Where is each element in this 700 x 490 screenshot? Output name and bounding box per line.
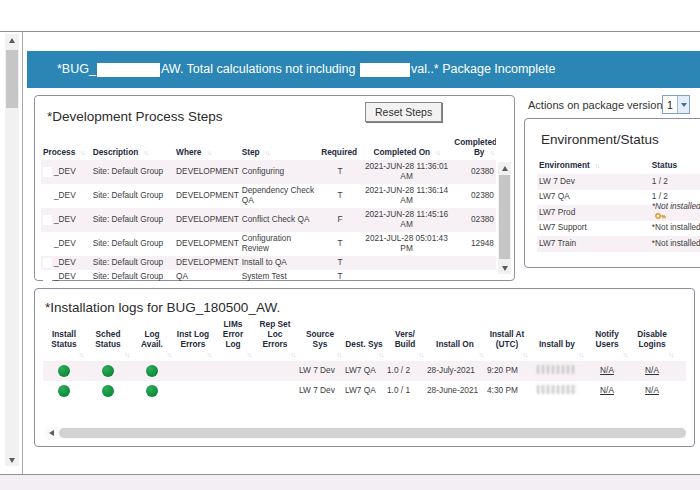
column-header-where[interactable]: Where↑↓ (174, 146, 240, 160)
package-version-select[interactable]: 1 (662, 95, 690, 114)
cell-status: *Not installed (650, 237, 700, 251)
dev-table-scrollbar[interactable] (498, 162, 511, 274)
column-header-install_on[interactable]: Install On↑↓ (425, 338, 485, 361)
column-header-required[interactable]: Required↑↓ (319, 146, 361, 160)
sort-icon[interactable]: ↑↓ (138, 351, 171, 359)
column-header-dest_sys[interactable]: Dest. Sys↑↓ (343, 338, 385, 361)
sort-icon[interactable]: ↑↓ (260, 351, 295, 359)
cell-link[interactable]: N/A (600, 365, 614, 375)
column-header-label: Description (93, 147, 139, 157)
column-header-lims_error_log[interactable]: LIMs Error Log↑↓ (213, 318, 253, 361)
title-text-segment: val..* Package Incomplete (411, 62, 556, 76)
install-log-row[interactable]: LW 7 DevLW7 QA1.0 / 228-July-20219:20 PM… (43, 361, 686, 381)
install-logs-title: *Installation logs for BUG_180500_AW. (45, 300, 280, 315)
dev-steps-panel: *Development Process Steps Reset Steps P… (34, 95, 515, 281)
cell-link[interactable]: N/A (645, 385, 659, 395)
environment-row[interactable]: LW7 Prod*Not installed (537, 205, 700, 221)
column-header-vers_build[interactable]: Vers/ Build↑↓ (385, 328, 425, 361)
sort-icon[interactable]: ↑↓ (206, 149, 211, 156)
sort-icon[interactable]: ↑↓ (220, 351, 251, 359)
reset-steps-button[interactable]: Reset Steps (365, 102, 442, 122)
cell-where: DEVELOPMENT (174, 256, 240, 270)
environment-row[interactable]: LW7 Support*Not installed (537, 221, 700, 237)
column-header-description[interactable]: Description↑↓ (91, 146, 174, 160)
sort-icon[interactable]: ↑↓ (592, 351, 627, 359)
cell-text: _DEV (54, 166, 76, 176)
column-header-notify_users[interactable]: Notify Users↑↓ (585, 328, 629, 361)
column-header-completed_on[interactable]: Completed On↑↓ (361, 146, 452, 160)
sort-icon[interactable]: ↑↓ (92, 351, 129, 359)
cell-required: T (319, 270, 361, 284)
dev-step-row[interactable]: _DEVSite: Default GroupDEVELOPMENTConfli… (41, 208, 496, 232)
scrollbar-thumb[interactable] (59, 428, 686, 438)
sort-icon[interactable]: ↑↓ (143, 149, 148, 156)
sort-icon[interactable]: ↑↓ (435, 149, 440, 156)
column-header-environment[interactable]: Environment↑↓ (537, 159, 650, 173)
sort-icon[interactable]: ↑↓ (180, 351, 211, 359)
sort-icon[interactable]: ↑↓ (536, 351, 583, 359)
install-logs-horizontal-scrollbar[interactable] (45, 427, 686, 439)
scroll-left-icon[interactable] (45, 427, 57, 439)
column-header-inst_log_errors[interactable]: Inst Log Errors↑↓ (173, 328, 213, 361)
dev-step-row[interactable]: _DEVSite: Default GroupDEVELOPMENTDepend… (41, 184, 496, 208)
column-header-label: Vers/ Build (395, 329, 416, 349)
column-header-source_sys[interactable]: Source Sys↑↓ (297, 328, 343, 361)
column-header-install_at[interactable]: Install At (UTC)↑↓ (485, 328, 529, 361)
cell-step: Conflict Check QA (240, 213, 319, 227)
install-logs-panel: *Installation logs for BUG_180500_AW. In… (34, 288, 695, 447)
sort-icon[interactable]: ↑↓ (350, 351, 383, 359)
column-header-log_avail[interactable]: Log Avail.↑↓ (131, 328, 173, 361)
sort-icon[interactable]: ↑↓ (432, 351, 483, 359)
scrollbar-thumb[interactable] (6, 50, 18, 108)
cell-completed_by: 12948 (452, 237, 496, 251)
environment-row[interactable]: LW 7 Dev1 / 2 (537, 174, 700, 190)
sort-icon[interactable]: ↑↓ (595, 162, 600, 169)
sort-icon[interactable]: ↑↓ (80, 149, 85, 156)
cell-environment: LW7 Prod (537, 206, 650, 220)
scroll-up-icon[interactable] (498, 162, 511, 174)
cell-install_on: 28-July-2021 (425, 364, 485, 378)
cell-process: _DEV (41, 165, 91, 179)
scroll-down-icon[interactable] (5, 454, 19, 466)
cell-inst_log_errors (173, 389, 213, 393)
environment-row[interactable]: LW7 Train*Not installed (537, 236, 700, 252)
column-header-install_status[interactable]: Install Status↑↓ (43, 328, 85, 361)
column-header-sched_status[interactable]: Sched Status↑↓ (85, 328, 131, 361)
column-header-install_by[interactable]: Install by↑↓ (529, 338, 585, 361)
column-header-rep_set_loc_errors[interactable]: Rep Set Loc Errors↑↓ (253, 318, 297, 361)
cell-process: _DEV (41, 189, 91, 203)
sort-icon[interactable]: ↑↓ (265, 149, 270, 156)
environment-table-header: Environment↑↓Status (537, 157, 700, 174)
redaction-box (43, 272, 52, 282)
column-header-disable_logins[interactable]: Disable Logins↑↓ (629, 328, 675, 361)
scroll-down-icon[interactable] (498, 262, 511, 274)
sort-icon[interactable]: ↑↓ (492, 351, 527, 359)
cell-link[interactable]: N/A (645, 365, 659, 375)
dev-step-row[interactable]: _DEVSite: Default GroupDEVELOPMENTInstal… (41, 256, 496, 270)
scrollbar-thumb[interactable] (499, 175, 510, 259)
sort-icon[interactable]: ↑↓ (392, 351, 423, 359)
sort-icon[interactable]: ↑↓ (304, 351, 341, 359)
column-header-process[interactable]: Process↑↓ (41, 146, 91, 160)
package-header-bar: *BUG_AW. Total calculations not includin… (27, 51, 700, 88)
status-text: *Not installed (652, 201, 700, 211)
dev-step-row[interactable]: _DEVSite: Default GroupQASystem TestT (41, 270, 496, 284)
sort-icon[interactable]: ↑↓ (489, 149, 494, 156)
column-header-status[interactable]: Status (650, 159, 700, 173)
column-header-completed_by[interactable]: Completed By↑↓ (452, 136, 496, 160)
column-header-label: Status (652, 160, 677, 170)
sort-icon[interactable]: ↑↓ (50, 351, 83, 359)
cell-completed_on (361, 275, 452, 279)
install-log-row[interactable]: LW 7 DevLW7 QA1.0 / 128-June-20214:30 PM… (43, 381, 686, 401)
dev-step-row[interactable]: _DEVSite: Default GroupDEVELOPMENTConfig… (41, 232, 496, 256)
cell-completed_by: 02380 (452, 189, 496, 203)
column-header-step[interactable]: Step↑↓ (240, 146, 319, 160)
scroll-up-icon[interactable] (5, 34, 19, 46)
sort-icon[interactable]: ↑↓ (636, 351, 673, 359)
outer-vertical-scrollbar[interactable] (5, 34, 19, 466)
cell-link[interactable]: N/A (600, 385, 614, 395)
cell-completed_by: 02380 (452, 165, 496, 179)
chevron-down-icon[interactable] (677, 96, 689, 113)
cell-install_at: 4:30 PM (485, 384, 529, 398)
dev-step-row[interactable]: _DEVSite: Default GroupDEVELOPMENTConfig… (41, 160, 496, 184)
